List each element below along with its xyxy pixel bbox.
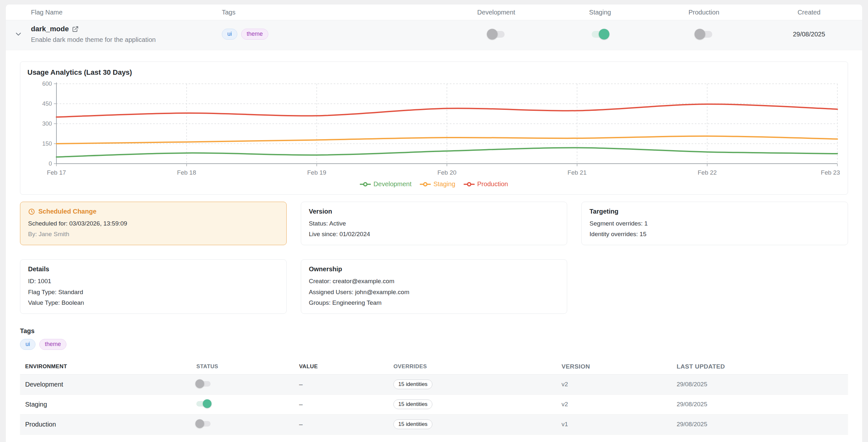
chevron-down-icon[interactable] [14,30,23,38]
column-development: Development [444,9,548,16]
identities-badge[interactable]: 15 identities [393,379,432,389]
environments-table-header: ENVIRONMENT STATUS VALUE OVERRIDES VERSI… [20,360,848,375]
tags-section-title: Tags [20,327,848,335]
details-card: Details ID: 1001 Flag Type: Standard Val… [20,259,287,314]
chart-legend: Development Staging Production [27,180,841,188]
flag-row[interactable]: dark_mode Enable dark mode theme for the… [6,20,862,50]
tag-pill-ui[interactable]: ui [20,339,35,350]
production-status-toggle[interactable] [196,421,211,427]
details-title: Details [28,266,279,273]
targeting-title: Targeting [589,208,840,215]
scheduled-change-card: Scheduled Change Scheduled for: 03/03/20… [20,202,287,245]
chart-title: Usage Analytics (Last 30 Days) [27,68,841,77]
identity-overrides: Identity overrides: 15 [589,230,840,238]
development-status-toggle[interactable] [196,381,211,386]
legend-item-production[interactable]: Production [464,180,508,188]
tag-pill-ui[interactable]: ui [222,29,237,40]
usage-analytics-card: Usage Analytics (Last 30 Days) 015030045… [20,62,848,195]
flag-created-date: 29/08/2025 [756,31,862,38]
env-last-updated: 29/08/2025 [677,401,848,408]
tag-pill-theme[interactable]: theme [39,339,66,350]
column-production: Production [652,9,756,16]
legend-marker-icon [420,182,431,187]
col-value: VALUE [299,363,393,370]
flag-id: ID: 1001 [28,277,279,285]
col-last-updated: LAST UPDATED [677,363,848,370]
col-environment: ENVIRONMENT [20,363,196,370]
ownership-groups: Groups: Engineering Team [309,299,559,307]
external-link-icon[interactable] [72,26,79,33]
scheduled-change-title: Scheduled Change [28,208,279,215]
scheduled-by-text: By: Jane Smith [28,230,279,238]
tag-pill-theme[interactable]: theme [241,29,268,40]
version-title: Version [309,208,559,215]
env-name: Staging [20,401,196,408]
col-version: VERSION [561,363,677,370]
table-row-staging: Staging – 15 identities v2 29/08/2025 [20,395,848,415]
svg-text:Feb 22: Feb 22 [698,169,717,176]
version-live-since: Live since: 01/02/2024 [309,230,559,238]
env-last-updated: 29/08/2025 [677,421,848,428]
svg-text:600: 600 [42,80,52,87]
col-overrides: OVERRIDES [393,363,561,370]
legend-item-development[interactable]: Development [360,180,411,188]
column-tags: Tags [222,9,444,16]
env-last-updated: 29/08/2025 [677,381,848,388]
legend-item-staging[interactable]: Staging [420,180,455,188]
svg-text:Feb 18: Feb 18 [177,169,196,176]
env-version: v2 [561,401,677,408]
targeting-card: Targeting Segment overrides: 1 Identity … [581,202,848,245]
staging-toggle[interactable] [592,31,609,38]
col-status: STATUS [196,363,299,370]
legend-marker-icon [464,182,475,187]
column-created: Created [756,9,862,16]
env-version: v1 [561,421,677,428]
svg-text:Feb 19: Feb 19 [307,169,326,176]
svg-text:Feb 17: Feb 17 [47,169,66,176]
svg-text:Feb 21: Feb 21 [567,169,587,176]
table-row-development: Development – 15 identities v2 29/08/202… [20,375,848,395]
env-value: – [299,401,393,408]
legend-marker-icon [360,182,371,187]
tags-section: Tags ui theme [20,327,848,350]
flag-table-header: Flag Name Tags Development Staging Produ… [6,4,862,20]
table-row-production: Production – 15 identities v1 29/08/2025 [20,415,848,435]
clock-icon [28,208,35,215]
flag-description: Enable dark mode theme for the applicati… [31,36,222,43]
version-status: Status: Active [309,219,559,228]
column-flag-name: Flag Name [31,9,222,16]
column-staging: Staging [548,9,652,16]
env-name: Development [20,381,196,388]
svg-text:0: 0 [49,161,52,167]
ownership-creator: Creator: creator@example.com [309,277,559,285]
env-value: – [299,381,393,388]
flag-detail-panel: Flag Name Tags Development Staging Produ… [6,4,862,442]
flag-name: dark_mode [31,25,69,33]
svg-text:300: 300 [42,121,52,127]
value-type: Value Type: Boolean [28,299,279,307]
svg-text:450: 450 [42,101,52,107]
scheduled-for-text: Scheduled for: 03/03/2026, 13:59:09 [28,219,279,228]
version-card: Version Status: Active Live since: 01/02… [301,202,567,245]
env-version: v2 [561,381,677,388]
ownership-title: Ownership [309,266,559,273]
usage-analytics-chart: 0150300450600Feb 17Feb 18Feb 19Feb 20Feb… [27,80,841,177]
identities-badge[interactable]: 15 identities [393,400,432,409]
env-value: – [299,421,393,428]
development-toggle[interactable] [488,31,505,38]
ownership-card: Ownership Creator: creator@example.com A… [301,259,567,314]
ownership-assigned-users: Assigned Users: john@example.com [309,288,559,296]
segment-overrides: Segment overrides: 1 [589,219,840,228]
flag-type: Flag Type: Standard [28,288,279,296]
environments-table: ENVIRONMENT STATUS VALUE OVERRIDES VERSI… [20,360,848,435]
svg-text:150: 150 [42,140,52,147]
svg-text:Feb 23: Feb 23 [821,169,840,176]
identities-badge[interactable]: 15 identities [393,419,432,429]
env-name: Production [20,421,196,428]
staging-status-toggle[interactable] [196,401,211,407]
production-toggle[interactable] [695,31,712,38]
svg-text:Feb 20: Feb 20 [437,169,456,176]
